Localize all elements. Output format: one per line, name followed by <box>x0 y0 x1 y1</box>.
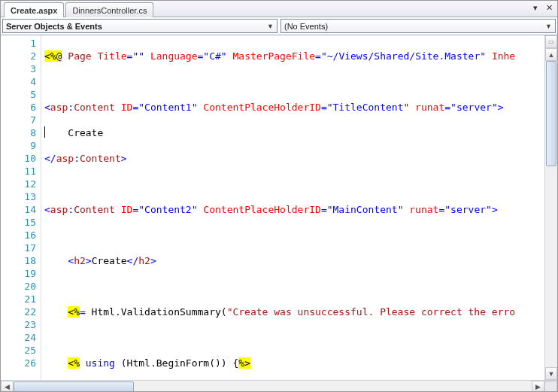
scroll-right-icon[interactable]: ▶ <box>532 381 544 392</box>
window-menu-icon[interactable]: ▾ <box>530 2 541 13</box>
line-number: 8 <box>1 126 36 139</box>
dropdown-label: Server Objects & Events <box>6 22 102 31</box>
line-number: 19 <box>1 267 36 280</box>
line-number: 11 <box>1 165 36 178</box>
line-number: 6 <box>1 101 36 114</box>
tab-create-aspx[interactable]: Create.aspx <box>4 2 64 17</box>
scroll-track[interactable] <box>14 381 532 392</box>
line-number-gutter: 1 2 3 4 5 6 7 8 9 10 11 12 13 14 15 16 1… <box>1 35 41 380</box>
split-handle-icon[interactable]: ▭ <box>545 35 557 48</box>
size-grip-icon <box>544 381 557 392</box>
scroll-up-icon[interactable]: ▲ <box>545 48 557 61</box>
line-number: 13 <box>1 190 36 203</box>
line-number: 26 <box>1 357 36 369</box>
scroll-left-icon[interactable]: ◀ <box>1 381 14 392</box>
vertical-scrollbar[interactable]: ▭ ▲ ▼ <box>544 35 557 380</box>
code-line: <asp:Content ID="Content1" ContentPlaceH… <box>44 101 544 114</box>
line-number: 5 <box>1 88 36 101</box>
line-number: 23 <box>1 318 36 331</box>
document-tab-bar: Create.aspx DinnersController.cs ▾ ✕ <box>1 1 557 17</box>
code-line: <h2>Create</h2> <box>44 254 544 267</box>
code-line <box>44 331 544 344</box>
line-number: 14 <box>1 203 36 216</box>
line-number: 20 <box>1 280 36 293</box>
horizontal-scrollbar[interactable]: ◀ ▶ <box>1 380 557 392</box>
line-number: 9 <box>1 139 36 152</box>
line-number: 3 <box>1 62 36 75</box>
scroll-down-icon[interactable]: ▼ <box>545 367 557 380</box>
line-number: 17 <box>1 242 36 254</box>
line-number: 2 <box>1 50 36 62</box>
line-number: 1 <box>1 37 36 50</box>
scroll-thumb[interactable] <box>14 381 134 392</box>
line-number: 7 <box>1 114 36 126</box>
scroll-track[interactable] <box>545 61 557 367</box>
objects-dropdown[interactable]: Server Objects & Events ▼ <box>2 19 277 33</box>
code-line: Create <box>44 126 544 139</box>
line-number: 12 <box>1 178 36 190</box>
line-number: 25 <box>1 344 36 357</box>
code-line <box>44 229 544 242</box>
events-dropdown[interactable]: (No Events) ▼ <box>281 19 556 33</box>
line-number: 22 <box>1 305 36 318</box>
chevron-down-icon: ▼ <box>267 23 274 30</box>
line-number: 15 <box>1 216 36 229</box>
tab-label: Create.aspx <box>11 6 57 15</box>
text-cursor <box>44 126 45 138</box>
scroll-thumb[interactable] <box>546 61 556 166</box>
line-number: 10 <box>1 152 36 165</box>
dropdown-label: (No Events) <box>284 22 328 31</box>
code-line: </asp:Content> <box>44 152 544 165</box>
code-line: <%= Html.ValidationSummary("Create was u… <box>44 305 544 318</box>
line-number: 4 <box>1 75 36 88</box>
code-line <box>44 280 544 293</box>
window-controls: ▾ ✕ <box>530 2 554 13</box>
line-number: 24 <box>1 331 36 344</box>
code-line: <%@ Page Title="" Language="C#" MasterPa… <box>44 50 544 62</box>
navigation-bar: Server Objects & Events ▼ (No Events) ▼ <box>1 17 557 35</box>
close-icon[interactable]: ✕ <box>544 2 554 13</box>
code-line: <% using (Html.BeginForm()) {%> <box>44 357 544 369</box>
line-number: 18 <box>1 254 36 267</box>
code-editor: 1 2 3 4 5 6 7 8 9 10 11 12 13 14 15 16 1… <box>1 35 557 380</box>
line-number: 16 <box>1 229 36 242</box>
tab-dinnerscontroller[interactable]: DinnersController.cs <box>65 2 153 17</box>
code-area[interactable]: <%@ Page Title="" Language="C#" MasterPa… <box>41 35 544 380</box>
code-line <box>44 75 544 88</box>
tab-label: DinnersController.cs <box>72 6 147 15</box>
code-line: <asp:Content ID="Content2" ContentPlaceH… <box>44 203 544 216</box>
code-line <box>44 178 544 190</box>
line-number: 21 <box>1 293 36 305</box>
chevron-down-icon: ▼ <box>545 23 552 30</box>
